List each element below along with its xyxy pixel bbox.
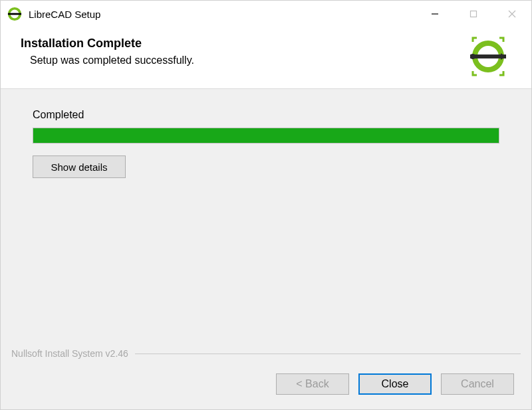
svg-rect-3 [471,11,477,17]
window-title: LibreCAD Setup [29,9,416,20]
footer-divider [135,354,521,354]
footer-brand-row: Nullsoft Install System v2.46 [1,348,531,367]
app-icon [7,7,22,21]
content-area: Completed Show details [1,89,531,348]
brand-label: Nullsoft Install System v2.46 [11,348,128,359]
progress-fill [33,128,499,143]
close-button[interactable]: Close [358,373,432,395]
header-texts: Installation Complete Setup was complete… [21,37,465,66]
titlebar: LibreCAD Setup [1,1,531,27]
footer-buttons: < Back Close Cancel [1,367,531,409]
close-window-button [493,1,531,27]
page-title: Installation Complete [21,37,465,51]
status-label: Completed [33,109,499,121]
cancel-button: Cancel [441,373,514,395]
page-subtitle: Setup was completed successfully. [21,54,465,66]
header: Installation Complete Setup was complete… [1,27,531,88]
show-details-button[interactable]: Show details [33,155,126,178]
minimize-button[interactable] [416,1,454,27]
installer-window: LibreCAD Setup Installation Complete Set… [0,0,532,410]
maximize-button [454,1,493,27]
window-controls [416,1,531,27]
back-button: < Back [276,373,349,395]
librecad-logo-icon [465,37,511,76]
svg-point-8 [470,54,475,59]
progress-bar [33,128,499,144]
